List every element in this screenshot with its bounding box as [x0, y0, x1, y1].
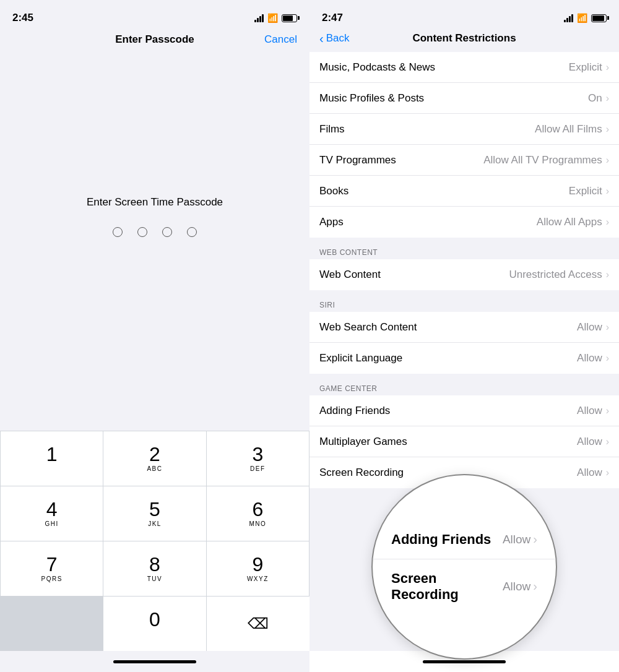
keypad: 1 2 ABC 3 DEF 4 GHI 5 JKL 6 MNO 7 PQRS 8: [0, 431, 310, 597]
chevron-right-icon-11: ›: [606, 436, 609, 447]
row-web-content[interactable]: Web Content Unrestricted Access ›: [310, 259, 619, 290]
row-tv-programmes[interactable]: TV Programmes Allow All TV Programmes ›: [310, 145, 619, 176]
left-panel: 2:45 📶 Enter Passcode Cancel Enter Scree…: [0, 0, 310, 672]
right-signal-icon: [564, 14, 573, 22]
delete-icon: ⌫: [248, 615, 269, 632]
passcode-label: Enter Screen Time Passcode: [87, 196, 223, 209]
key-8[interactable]: 8 TUV: [103, 541, 206, 596]
row-adding-friends[interactable]: Adding Friends Allow ›: [310, 395, 619, 426]
home-bar-left: [113, 660, 196, 663]
row-books[interactable]: Books Explicit ›: [310, 176, 619, 207]
chevron-right-icon-12: ›: [606, 467, 609, 478]
row-music-podcasts[interactable]: Music, Podcasts & News Explicit ›: [310, 52, 619, 83]
passcode-dot-4: [187, 227, 197, 237]
magnified-chevron-2: ›: [533, 579, 537, 593]
magnified-overlay: Adding Friends Allow › Screen Recording …: [371, 474, 557, 660]
status-bar-right: 2:47 📶: [310, 0, 619, 27]
passcode-dot-3: [162, 227, 172, 237]
right-status-icons: 📶: [564, 13, 607, 23]
key-0[interactable]: 0: [103, 597, 206, 651]
passcode-dot-2: [137, 227, 147, 237]
back-chevron-icon: ‹: [319, 32, 324, 45]
magnified-row-screen-recording: Screen Recording Allow ›: [373, 559, 556, 614]
chevron-right-icon-9: ›: [606, 353, 609, 364]
key-4[interactable]: 4 GHI: [1, 486, 103, 541]
key-5[interactable]: 5 JKL: [103, 486, 206, 541]
home-bar-right: [423, 660, 506, 663]
magnified-row-adding-friends: Adding Friends Allow ›: [373, 520, 556, 559]
status-bar-left: 2:45 📶: [0, 0, 310, 27]
main-settings-section: Music, Podcasts & News Explicit › Music …: [310, 52, 619, 238]
chevron-right-icon-7: ›: [606, 269, 609, 280]
signal-bar-3: [259, 16, 261, 22]
siri-section: Web Search Content Allow › Explicit Lang…: [310, 312, 619, 374]
battery-icon: [282, 14, 297, 22]
key-9[interactable]: 9 WXYZ: [207, 541, 309, 596]
right-nav-title: Content Restrictions: [412, 32, 516, 45]
chevron-right-icon-4: ›: [606, 155, 609, 166]
battery-fill: [283, 15, 293, 21]
row-music-profiles[interactable]: Music Profiles & Posts On ›: [310, 83, 619, 114]
row-explicit-language[interactable]: Explicit Language Allow ›: [310, 343, 619, 374]
game-center-label: GAME CENTER: [319, 384, 378, 393]
back-button[interactable]: ‹ Back: [319, 32, 349, 45]
left-status-icons: 📶: [254, 13, 297, 23]
chevron-right-icon-10: ›: [606, 405, 609, 416]
wifi-icon: 📶: [267, 13, 278, 23]
chevron-right-icon-8: ›: [606, 322, 609, 333]
signal-bar-1: [254, 20, 256, 22]
keypad-bottom-row: 0 ⌫: [0, 597, 310, 651]
siri-section-header: SIRI: [310, 290, 619, 312]
left-nav-title: Enter Passcode: [115, 33, 194, 46]
row-web-search[interactable]: Web Search Content Allow ›: [310, 312, 619, 343]
nav-bar-right: ‹ Back Content Restrictions: [310, 27, 619, 52]
right-time: 2:47: [322, 12, 343, 24]
chevron-right-icon-5: ›: [606, 186, 609, 197]
magnified-chevron-1: ›: [533, 532, 537, 546]
chevron-right-icon-3: ›: [606, 124, 609, 135]
key-3[interactable]: 3 DEF: [207, 431, 309, 486]
signal-bar-4: [262, 14, 264, 22]
left-time: 2:45: [12, 12, 33, 24]
chevron-right-icon-2: ›: [606, 93, 609, 104]
signal-icon: [254, 14, 264, 22]
row-multiplayer[interactable]: Multiplayer Games Allow ›: [310, 426, 619, 457]
row-films[interactable]: Films Allow All Films ›: [310, 114, 619, 145]
key-2[interactable]: 2 ABC: [103, 431, 206, 486]
right-panel: 2:47 📶 ‹ Back Content Restrictions Music…: [310, 0, 619, 672]
passcode-dots: [113, 227, 197, 237]
signal-bar-2: [257, 18, 259, 22]
back-label: Back: [326, 32, 350, 45]
nav-bar-left: Enter Passcode Cancel: [0, 27, 310, 52]
web-content-section: Web Content Unrestricted Access ›: [310, 259, 619, 290]
web-content-label: WEB CONTENT: [319, 248, 378, 257]
right-wifi-icon: 📶: [577, 13, 587, 23]
row-apps[interactable]: Apps Allow All Apps ›: [310, 207, 619, 238]
key-6[interactable]: 6 MNO: [207, 486, 309, 541]
key-1[interactable]: 1: [1, 431, 103, 486]
web-content-section-header: WEB CONTENT: [310, 238, 619, 259]
cancel-button[interactable]: Cancel: [264, 33, 297, 46]
magnified-content: Adding Friends Allow › Screen Recording …: [373, 475, 556, 658]
right-battery-icon: [591, 14, 607, 22]
game-center-section-header: GAME CENTER: [310, 374, 619, 395]
home-indicator-left: [0, 651, 310, 672]
chevron-right-icon: ›: [606, 62, 609, 73]
key-empty: [0, 597, 103, 651]
key-7[interactable]: 7 PQRS: [1, 541, 103, 596]
key-delete[interactable]: ⌫: [207, 597, 310, 651]
siri-label: SIRI: [319, 301, 335, 309]
passcode-dot-1: [113, 227, 123, 237]
chevron-right-icon-6: ›: [606, 217, 609, 228]
passcode-area: Enter Screen Time Passcode: [0, 52, 310, 431]
